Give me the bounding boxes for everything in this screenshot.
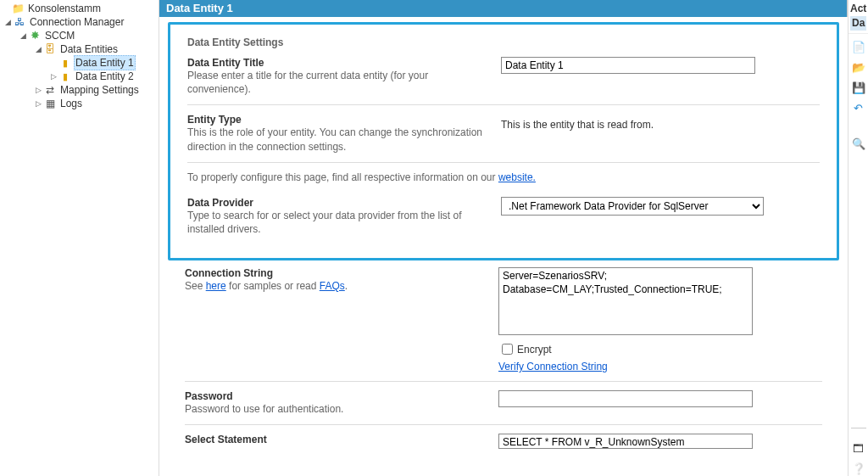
side-header: Act Da <box>849 0 868 34</box>
divider <box>187 162 820 163</box>
tree-entity-1[interactable]: Data Entity 1 <box>0 56 159 70</box>
verify-connection-link[interactable]: Verify Connection String <box>498 361 608 372</box>
entity-type-help: This is the role of your entity. You can… <box>187 126 492 153</box>
select-statement-textarea[interactable] <box>498 434 753 449</box>
page-title-bar: Data Entity 1 <box>159 0 848 17</box>
page-title: Data Entity 1 <box>166 2 233 14</box>
password-label: Password <box>185 390 490 402</box>
row-entity-title: Data Entity Title Please enter a title f… <box>187 57 820 96</box>
expander-icon[interactable]: ◢ <box>3 15 13 29</box>
tree-label: Connection Manager <box>28 15 125 29</box>
tree: Konsolenstamm ◢ Connection Manager ◢ SCC… <box>0 2 159 110</box>
side-head-da: Da <box>850 16 866 31</box>
info-prefix: To properly configure this page, find al… <box>187 171 498 183</box>
encrypt-checkbox[interactable] <box>502 344 513 355</box>
mapping-icon <box>43 83 57 97</box>
entity-title-label: Data Entity Title <box>187 57 492 69</box>
plugin-icon <box>28 29 42 42</box>
expander-icon[interactable]: ▷ <box>34 97 43 110</box>
entity-role-text: This is the entity that is read from. <box>501 114 820 131</box>
side-head-act: Act <box>850 2 866 16</box>
data-provider-select[interactable]: .Net Framework Data Provider for SqlServ… <box>501 197 764 216</box>
tree-root[interactable]: Konsolenstamm <box>0 2 159 15</box>
help-text: for samples or read <box>226 280 320 292</box>
help-text: See <box>185 280 206 292</box>
expander-icon[interactable]: ▷ <box>34 83 43 97</box>
tree-label: Konsolenstamm <box>26 2 103 15</box>
row-data-provider: Data Provider Type to search for or sele… <box>187 197 820 236</box>
settings-highlight-box: Data Entity Settings Data Entity Title P… <box>168 22 839 260</box>
entity-title-input[interactable] <box>501 57 755 74</box>
data-provider-label: Data Provider <box>187 197 492 209</box>
tree-connection-manager[interactable]: ◢ Connection Manager <box>0 15 159 29</box>
faqs-link[interactable]: FAQs <box>320 280 345 292</box>
undo-icon[interactable]: ↶ <box>851 100 866 115</box>
entity-title-help: Please enter a title for the current dat… <box>187 69 492 96</box>
entity-icon <box>58 56 72 70</box>
tree-label-selected: Data Entity 1 <box>74 55 136 70</box>
expander-icon[interactable]: ▷ <box>49 70 58 83</box>
new-icon[interactable]: 📄 <box>851 39 866 54</box>
help-text: . <box>345 280 348 292</box>
divider <box>851 428 866 428</box>
connection-section: Connection String See here for samples o… <box>168 267 839 451</box>
connection-manager-icon <box>13 15 26 29</box>
tree-panel: Konsolenstamm ◢ Connection Manager ◢ SCC… <box>0 0 159 476</box>
divider <box>185 424 822 425</box>
connection-string-textarea[interactable] <box>498 267 753 335</box>
tree-logs[interactable]: ▷ Logs <box>0 97 159 110</box>
main-panel: Data Entity 1 Data Entity Settings Data … <box>159 0 848 476</box>
row-connection-string: Connection String See here for samples o… <box>185 267 822 372</box>
database-icon <box>43 42 57 56</box>
expander-icon[interactable]: ◢ <box>19 29 28 42</box>
side-toolbar: Act Da 📄 📂 💾 ↶ 🔍 🗔 ❔ <box>848 0 868 476</box>
save-icon[interactable]: 💾 <box>851 80 866 95</box>
tree-label: Logs <box>58 97 84 110</box>
help-icon[interactable]: ❔ <box>851 461 866 476</box>
open-folder-icon[interactable]: 📂 <box>851 59 866 75</box>
logs-icon <box>43 97 57 110</box>
data-provider-help: Type to search for or select your data p… <box>187 209 492 236</box>
section-heading: Data Entity Settings <box>187 36 820 48</box>
tree-label: Mapping Settings <box>58 83 141 97</box>
tree-label: Data Entities <box>58 42 120 56</box>
divider <box>187 104 820 105</box>
website-link[interactable]: website. <box>498 171 536 183</box>
entity-type-label: Entity Type <box>187 114 492 126</box>
tree-label: SCCM <box>43 29 76 42</box>
folder-icon <box>11 2 25 15</box>
row-password: Password Password to use for authenticat… <box>185 390 822 416</box>
row-select-statement: Select Statement <box>185 434 822 451</box>
content-area: Data Entity Settings Data Entity Title P… <box>159 17 848 476</box>
password-input[interactable] <box>498 390 753 407</box>
encrypt-label: Encrypt <box>517 344 552 356</box>
info-line: To properly configure this page, find al… <box>187 171 820 183</box>
tree-label: Data Entity 2 <box>74 70 136 83</box>
tree-data-entities[interactable]: ◢ Data Entities <box>0 42 159 56</box>
here-link[interactable]: here <box>206 280 226 292</box>
password-help: Password to use for authentication. <box>185 402 490 416</box>
expander-icon[interactable]: ◢ <box>34 42 43 56</box>
connection-string-label: Connection String <box>185 267 490 279</box>
tree-mapping-settings[interactable]: ▷ Mapping Settings <box>0 83 159 97</box>
row-entity-type: Entity Type This is the role of your ent… <box>187 114 820 153</box>
encrypt-row: Encrypt <box>498 341 822 357</box>
tree-sccm[interactable]: ◢ SCCM <box>0 29 159 42</box>
divider <box>185 381 822 382</box>
select-statement-label: Select Statement <box>185 434 490 445</box>
entity-icon <box>58 70 72 83</box>
tree-entity-2[interactable]: ▷ Data Entity 2 <box>0 70 159 83</box>
window-icon[interactable]: 🗔 <box>851 440 866 456</box>
search-icon[interactable]: 🔍 <box>851 136 866 151</box>
connection-string-help: See here for samples or read FAQs. <box>185 279 490 293</box>
